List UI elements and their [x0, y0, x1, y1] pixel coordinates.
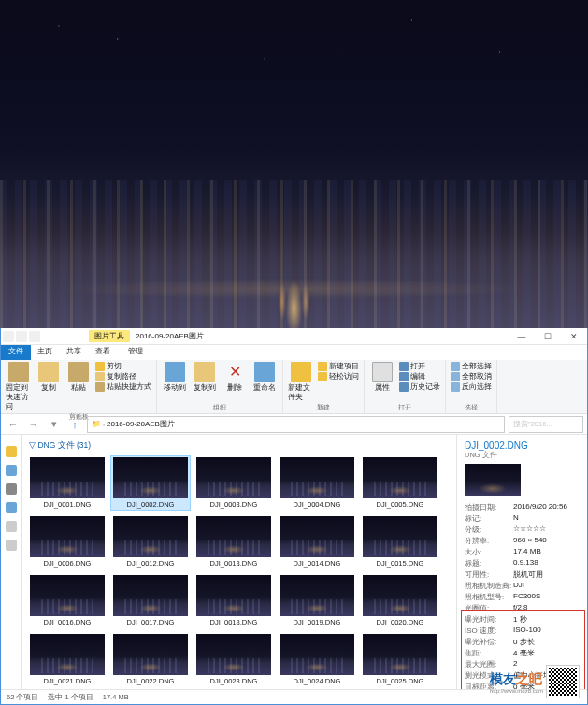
- drive-icon[interactable]: [6, 540, 17, 551]
- thumbnail-image: [280, 634, 354, 675]
- file-thumb[interactable]: DJI_0002.DNG: [110, 455, 191, 511]
- file-name: DJI_0014.DNG: [294, 559, 341, 568]
- file-thumb[interactable]: DJI_0022.DNG: [110, 632, 191, 687]
- nav-pane[interactable]: [1, 435, 22, 689]
- thumbnail-image: [363, 457, 437, 498]
- easy-access-button[interactable]: 轻松访问: [318, 372, 359, 381]
- label: 新建项目: [329, 362, 359, 371]
- edit-button[interactable]: 编辑: [399, 372, 440, 381]
- brand-text: 模友之吧: [490, 671, 542, 686]
- window-title: 2016-09-20AEB图片: [130, 330, 209, 342]
- label: 历史记录: [410, 382, 440, 392]
- file-thumb[interactable]: DJI_0021.DNG: [27, 632, 108, 687]
- history-button[interactable]: 历史记录: [399, 382, 440, 392]
- label: 删除: [227, 383, 242, 393]
- detail-key: 分辨率:: [465, 536, 513, 546]
- tab-file[interactable]: 文件: [1, 345, 31, 360]
- group-label: 打开: [369, 402, 440, 412]
- details-title: DJI_0002.DNG: [465, 440, 580, 451]
- breadcrumb-part[interactable]: 2016-09-20AEB图片: [107, 419, 175, 429]
- details-preview: [465, 464, 521, 496]
- maximize-button[interactable]: ☐: [535, 328, 561, 345]
- new-folder-button[interactable]: 新建文件夹: [288, 362, 314, 402]
- breadcrumb[interactable]: 📁 › 2016-09-20AEB图片: [87, 416, 505, 433]
- file-thumb[interactable]: DJI_0001.DNG: [27, 455, 108, 511]
- copy-path-button[interactable]: 复制路径: [95, 372, 151, 381]
- file-thumb[interactable]: DJI_0019.DNG: [277, 573, 357, 628]
- file-thumb[interactable]: DJI_0023.DNG: [194, 632, 274, 687]
- file-thumb[interactable]: DJI_0013.DNG: [194, 514, 274, 569]
- detail-value: 960 × 540: [513, 536, 547, 546]
- close-button[interactable]: ✕: [561, 328, 587, 345]
- search-input[interactable]: 搜索"2016...: [509, 416, 583, 433]
- qat-icon[interactable]: [16, 331, 27, 342]
- tab-view[interactable]: 查看: [89, 345, 118, 360]
- copy-to-button[interactable]: 复制到: [192, 362, 218, 393]
- quick-access-icon[interactable]: [6, 446, 17, 457]
- rename-button[interactable]: 重命名: [251, 362, 278, 393]
- menubar: 文件 主页 共享 查看 管理: [1, 345, 587, 360]
- file-thumb[interactable]: DJI_0016.DNG: [27, 573, 108, 628]
- detail-key: 照相机型号:: [465, 592, 513, 602]
- file-thumb[interactable]: DJI_0012.DNG: [110, 514, 191, 569]
- label: 打开: [410, 362, 425, 371]
- thumbnail-image: [113, 457, 188, 498]
- open-button[interactable]: 打开: [399, 362, 440, 371]
- thumbnail-image: [280, 457, 354, 498]
- detail-row: 曝光补偿:0 步长: [465, 636, 580, 647]
- network-icon[interactable]: [6, 502, 17, 513]
- file-thumb[interactable]: DJI_0020.DNG: [360, 573, 440, 628]
- minimize-button[interactable]: —: [509, 328, 535, 345]
- thumbnail-image: [196, 575, 271, 616]
- delete-button[interactable]: ✕删除: [222, 362, 248, 393]
- paste-button[interactable]: 粘贴: [65, 362, 92, 393]
- status-item-count: 62 个项目: [7, 693, 38, 702]
- nav-up-button[interactable]: ↑: [66, 416, 83, 433]
- file-thumb[interactable]: DJI_0005.DNG: [360, 455, 440, 511]
- detail-row: 照相机型号:FC300S: [465, 591, 580, 602]
- label: 轻松访问: [329, 372, 359, 381]
- this-pc-icon[interactable]: [6, 483, 17, 495]
- file-thumb[interactable]: DJI_0015.DNG: [360, 514, 440, 569]
- thumbnail-image: [113, 634, 188, 675]
- copy-button[interactable]: 复制: [36, 362, 62, 393]
- file-thumb[interactable]: DJI_0018.DNG: [194, 573, 274, 628]
- file-thumb[interactable]: DJI_0014.DNG: [277, 514, 357, 569]
- paste-shortcut-button[interactable]: 粘贴快捷方式: [95, 382, 151, 392]
- nav-back-button[interactable]: ←: [5, 416, 22, 433]
- qat-icon[interactable]: [29, 331, 40, 342]
- group-header[interactable]: ▽ DNG 文件 (31): [27, 439, 451, 455]
- drive-icon[interactable]: [6, 521, 17, 532]
- file-thumb[interactable]: DJI_0006.DNG: [27, 514, 108, 569]
- select-all-button[interactable]: 全部选择: [451, 362, 492, 371]
- properties-button[interactable]: 属性: [369, 362, 395, 393]
- tab-home[interactable]: 主页: [31, 345, 60, 360]
- hero-night-photo: [0, 0, 588, 328]
- detail-key: 拍摄日期:: [465, 502, 513, 512]
- detail-row: 焦距:4 毫米: [465, 647, 580, 658]
- file-thumb[interactable]: DJI_0024.DNG: [277, 632, 357, 687]
- file-name: DJI_0021.DNG: [44, 677, 92, 685]
- nav-forward-button[interactable]: →: [25, 416, 42, 433]
- move-to-button[interactable]: 移动到: [162, 362, 188, 393]
- pin-to-quick-access-button[interactable]: 固定到快速访问: [6, 362, 32, 411]
- detail-key: 可用性:: [465, 569, 513, 580]
- select-none-button[interactable]: 全部取消: [451, 372, 492, 381]
- detail-key: 焦距:: [465, 648, 513, 658]
- cut-button[interactable]: 剪切: [95, 362, 151, 371]
- detail-row: 分辨率:960 × 540: [465, 535, 580, 546]
- tab-manage[interactable]: 管理: [122, 345, 150, 360]
- detail-row: 照相机制造商:DJI: [465, 580, 580, 591]
- file-thumb[interactable]: DJI_0003.DNG: [194, 455, 274, 511]
- file-thumb[interactable]: DJI_0004.DNG: [277, 455, 357, 511]
- detail-row: 曝光时间:1 秒: [465, 613, 580, 625]
- detail-value: 17.4 MB: [513, 547, 541, 557]
- onedrive-icon[interactable]: [6, 465, 17, 476]
- label: 属性: [375, 383, 390, 393]
- file-thumb[interactable]: DJI_0025.DNG: [360, 632, 440, 687]
- tab-share[interactable]: 共享: [60, 345, 89, 360]
- file-thumb[interactable]: DJI_0017.DNG: [110, 573, 191, 628]
- new-item-button[interactable]: 新建项目: [318, 362, 359, 371]
- nav-recent-button[interactable]: ▾: [46, 416, 63, 433]
- invert-selection-button[interactable]: 反向选择: [451, 382, 492, 392]
